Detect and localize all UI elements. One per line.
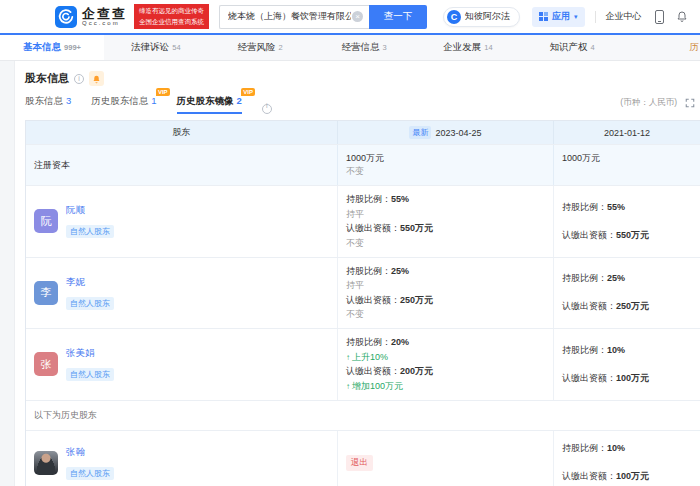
subtab-history-snapshot[interactable]: 历史股东镜像 2 VIP	[177, 95, 242, 114]
left-gutter	[0, 61, 15, 486]
tab-count: 3	[382, 43, 386, 52]
latest-holding-cell: 持股比例：20% ↑上升10% 认缴出资额：200万元 ↑增加100万元	[338, 329, 554, 400]
zhibi-alpha-label: 知彼阿尔法	[465, 10, 510, 23]
latest-holding-cell: 持股比例：25% 持平 认缴出资额：250万元 不变	[338, 258, 554, 329]
tab-label: 法律诉讼	[131, 41, 169, 54]
avatar: 张	[34, 352, 58, 376]
tab-label: 经营信息	[341, 41, 379, 54]
tab-count: 14	[484, 43, 492, 52]
tab-label: 企业发展	[443, 41, 481, 54]
qcc-logo-text: 企查查 Qcc.com	[82, 7, 127, 27]
shareholder-name-link[interactable]: 张翰	[66, 446, 114, 459]
brand-domain: Qcc.com	[82, 20, 127, 27]
shareholder-type-tag: 自然人股东	[66, 225, 114, 238]
tab-label: 知识产权	[549, 41, 587, 54]
notifications-bell-icon[interactable]	[676, 10, 688, 23]
prev-holding-cell: 持股比例：55% 认缴出资额：550万元	[554, 186, 700, 257]
history-divider-row: 以下为历史股东	[26, 400, 700, 430]
tab-label: 基本信息	[23, 41, 61, 54]
fullscreen-icon[interactable]	[685, 98, 695, 108]
avatar: 李	[34, 281, 58, 305]
currency-note: (币种：人民币)	[620, 97, 677, 109]
vip-badge: VIP	[156, 88, 170, 96]
subtab-count: 2	[237, 95, 242, 108]
slogan-line1: 缔造有远见的商业传奇	[139, 6, 204, 16]
header-latest-date-col: 最新 2023-04-25	[338, 121, 554, 144]
qcc-logo[interactable]: 企查查 Qcc.com	[55, 6, 127, 28]
prev-holding-cell: 持股比例：10% 认缴出资额：100万元	[554, 431, 700, 486]
shareholder-name-link[interactable]: 李妮	[66, 276, 114, 289]
tab-history-truncated[interactable]: 历	[690, 35, 700, 60]
shareholder-type-tag: 自然人股东	[66, 368, 114, 381]
enterprise-center-link[interactable]: 企业中心	[606, 10, 642, 23]
amount-line: 认缴出资额：200万元	[346, 365, 545, 378]
zhibi-alpha-icon: C	[447, 10, 461, 24]
shareholder-cell: 李 李妮 自然人股东	[26, 258, 338, 329]
registered-capital-row: 注册资本 1000万元 不变 1000万元	[26, 144, 700, 185]
exit-badge: 退出	[346, 455, 373, 471]
capital-value: 1000万元	[562, 152, 692, 165]
shareholder-type-tag: 自然人股东	[66, 297, 114, 310]
shareholder-meta: 张翰 自然人股东	[66, 446, 114, 480]
arrow-up-icon: ↑	[346, 382, 350, 391]
clear-search-icon[interactable]: ×	[352, 11, 363, 22]
amount-line: 认缴出资额：250万元	[562, 300, 692, 313]
apps-dropdown[interactable]: 应用 ▾	[532, 7, 585, 27]
subtab-shareholders[interactable]: 股东信息 3	[25, 95, 71, 114]
shareholder-subtabs: 股东信息 3 历史股东信息 1 VIP 历史股东镜像 2 VIP i (币种：人…	[25, 95, 700, 114]
subtab-label: 历史股东镜像	[177, 95, 234, 108]
shareholder-meta: 阮顺 自然人股东	[66, 204, 114, 238]
tab-count: 2	[278, 43, 282, 52]
tab-count: 54	[172, 43, 180, 52]
apps-grid-icon	[539, 12, 548, 21]
shareholder-name-link[interactable]: 张美娟	[66, 347, 114, 360]
latest-badge: 最新	[409, 126, 431, 139]
capital-prev-cell: 1000万元	[554, 145, 700, 185]
prev-holding-cell: 持股比例：10% 认缴出资额：100万元	[554, 329, 700, 400]
subtab-label: 历史股东信息	[91, 95, 148, 108]
shareholder-snapshot-table: 股东 最新 2023-04-25 2021-01-12 注册资本 1000万元 …	[25, 120, 700, 486]
amount-change: 不变	[346, 237, 545, 250]
amount-line: 认缴出资额：250万元	[346, 294, 545, 307]
info-icon[interactable]: i	[74, 74, 84, 84]
zhibi-alpha-button[interactable]: C 知彼阿尔法	[443, 7, 520, 27]
capital-value: 1000万元	[346, 152, 545, 165]
mobile-app-icon[interactable]	[655, 10, 664, 24]
amount-change: 不变	[346, 308, 545, 321]
info-icon[interactable]: i	[262, 104, 272, 114]
tab-basic-info[interactable]: 基本信息 999+	[0, 35, 104, 60]
ratio-line: 持股比例：10%	[562, 344, 692, 357]
company-nav-tabs: 基本信息 999+ 法律诉讼 54 经营风险 2 经营信息 3 企业发展 14 …	[0, 33, 700, 61]
latest-date: 2023-04-25	[435, 128, 481, 138]
main-content: 股东信息 i 股东信息 3 历史股东信息 1 VIP 历史股东镜像 2 VIP …	[0, 61, 700, 486]
tab-operation-info[interactable]: 经营信息 3	[312, 35, 416, 60]
shareholder-name-link[interactable]: 阮顺	[66, 204, 114, 217]
ratio-change: 持平	[346, 279, 545, 292]
table-header-row: 股东 最新 2023-04-25 2021-01-12	[26, 121, 700, 144]
avatar-photo	[34, 451, 58, 475]
ratio-line: 持股比例：10%	[562, 442, 692, 455]
subtab-history-shareholders[interactable]: 历史股东信息 1 VIP	[91, 95, 156, 114]
ratio-line: 持股比例：55%	[346, 193, 545, 206]
tab-intellectual-property[interactable]: 知识产权 4	[520, 35, 624, 60]
shareholder-row: 李 李妮 自然人股东 持股比例：25% 持平 认缴出资额：250万元 不变 持股…	[26, 257, 700, 329]
monitor-bell-icon[interactable]	[89, 71, 104, 86]
tab-legal-litigation[interactable]: 法律诉讼 54	[104, 35, 208, 60]
shareholder-type-tag: 自然人股东	[66, 467, 114, 480]
tab-company-development[interactable]: 企业发展 14	[416, 35, 520, 60]
search-button[interactable]: 查一下	[369, 5, 427, 29]
ratio-change: ↑上升10%	[346, 351, 545, 364]
section-header: 股东信息 i	[25, 71, 700, 86]
shareholder-row: 阮 阮顺 自然人股东 持股比例：55% 持平 认缴出资额：550万元 不变 持股…	[26, 185, 700, 257]
brand-name: 企查查	[82, 7, 127, 20]
header-shareholder-col: 股东	[26, 121, 338, 144]
amount-line: 认缴出资额：100万元	[562, 470, 692, 483]
shareholder-meta: 李妮 自然人股东	[66, 276, 114, 310]
avatar: 阮	[34, 209, 58, 233]
search-input[interactable]	[219, 5, 369, 29]
latest-holding-cell: 退出	[338, 431, 554, 486]
subtab-count: 3	[66, 95, 71, 108]
amount-line: 认缴出资额：550万元	[562, 229, 692, 242]
tab-operation-risk[interactable]: 经营风险 2	[208, 35, 312, 60]
slogan-line2: 全国企业信用查询系统	[139, 17, 204, 27]
